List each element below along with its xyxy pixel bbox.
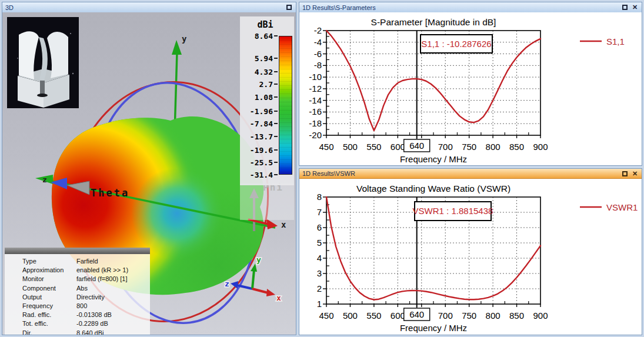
maximize-icon[interactable] [285, 4, 293, 11]
legend-label: S1,1 [606, 36, 625, 46]
info-value: 800 [76, 302, 150, 311]
x-tick-label: 600 [391, 311, 405, 321]
x-tick-label: 450 [319, 142, 333, 152]
theta-label: Theta [91, 187, 129, 199]
x-tick-label: 850 [509, 311, 524, 321]
x-tick-label: 850 [509, 142, 524, 152]
legend-label: VSWR1 [606, 202, 638, 212]
marker-label: 640 [409, 309, 424, 319]
tripod-z-label: z [225, 279, 229, 288]
info-label: Approximation [22, 266, 76, 275]
x-tick-label: 700 [438, 142, 453, 152]
info-table-handle[interactable] [5, 248, 150, 254]
colorbar-tick-label: -1.96 [240, 107, 273, 116]
colorbar-tick [274, 174, 278, 175]
y-tick-label: -6 [314, 49, 322, 59]
colorbar-tick [274, 136, 278, 137]
application-window: 3D [0, 0, 644, 337]
x-tick-label: 600 [391, 142, 405, 152]
info-value: 8.640 dBi [76, 329, 150, 335]
colorbar-tick [274, 162, 278, 163]
sparam-chart[interactable]: S-Parameter [Magnitude in dB]45050055060… [299, 12, 642, 165]
info-table-row: Monitorfarfield (f=800) [1] [5, 275, 150, 283]
y-tick-label: 5 [317, 238, 322, 248]
x-axis-title: Frequency / MHz [400, 154, 467, 164]
info-label: Dir. [22, 329, 76, 335]
panel-3d: 3D [2, 2, 296, 335]
colorbar-tick [274, 35, 278, 36]
colorbar-tick-label: 4.32 [240, 68, 273, 76]
colorbar-tick-label: -13.7 [240, 132, 273, 141]
info-label: Tot. effic. [22, 319, 76, 328]
tripod-y-label: y [256, 255, 261, 264]
info-table-row: Dir.8.640 dBi [5, 329, 150, 335]
info-value: Abs [76, 284, 150, 293]
info-table-row: Frequency800 [5, 302, 150, 311]
y-tick-label: 4 [317, 253, 322, 263]
panel-sparameters-title: 1D Results\S-Parameters [302, 4, 619, 11]
maximize-icon[interactable] [621, 4, 629, 11]
y-tick-label: -20 [309, 130, 322, 140]
titlebar-sparameters[interactable]: 1D Results\S-Parameters ✕ [299, 2, 642, 12]
chart-title: S-Parameter [Magnitude in dB] [371, 17, 496, 27]
y-tick-label: -12 [309, 84, 322, 94]
colorbar-tick [274, 111, 278, 112]
colorbar-tick-label: 5.94 [240, 54, 273, 63]
info-value: -0.01308 dB [76, 311, 150, 319]
panel-3d-title: 3D [5, 4, 283, 11]
y-tick-label: 8 [317, 192, 322, 202]
colorbar-tick-label: 2.7 [240, 80, 273, 89]
y-tick-label: -2 [314, 25, 322, 35]
y-tick-label: -18 [309, 118, 322, 128]
info-value: farfield (f=800) [1] [76, 275, 150, 283]
x-axis-title: Frequency / MHz [400, 323, 467, 333]
x-tick-label: 450 [319, 311, 333, 321]
x-tick-label: 750 [462, 311, 476, 321]
maximize-icon[interactable] [621, 170, 629, 178]
y-tick-label: -16 [309, 106, 322, 116]
colorbar-tick-label: -25.5 [240, 158, 273, 167]
info-label: Frequency [22, 302, 76, 311]
x-tick-label: 550 [366, 311, 381, 321]
info-value: Directivity [76, 293, 150, 302]
info-label: Component [22, 284, 76, 293]
colorbar-unit-label: dBi [240, 19, 291, 30]
panel-sparameters: 1D Results\S-Parameters ✕ S-Parameter [M… [299, 2, 642, 166]
x-tick-label: 550 [366, 142, 381, 152]
x-tick-label: 500 [343, 311, 358, 321]
x-tick-label: 800 [486, 142, 500, 152]
info-table-row: Rad. effic.-0.01308 dB [5, 311, 150, 319]
close-icon[interactable]: ✕ [631, 170, 639, 178]
x-tick-label: 800 [486, 311, 500, 321]
colorbar-tick-label: -19.6 [240, 146, 273, 155]
panel-vswr: 1D Results\VSWR ✕ Voltage Standing Wave … [299, 168, 642, 335]
3d-viewport[interactable]: y z Theta Phi x y z x [2, 12, 296, 335]
colorbar-tick [274, 149, 278, 151]
tripod-x-label: x [276, 293, 281, 302]
y-tick-label: 7 [317, 207, 322, 217]
colorbar: dBi 8.645.944.322.71.08-1.96-7.84-13.7-1… [240, 16, 294, 185]
annotation-text: VSWR1 : 1.8815438 [413, 206, 493, 216]
y-tick-label: 6 [317, 222, 322, 232]
colorbar-tick [274, 58, 278, 59]
info-value: -0.2289 dB [76, 319, 150, 328]
info-label: Output [22, 293, 76, 302]
x-tick-label: 700 [438, 311, 453, 321]
info-label: Rad. effic. [22, 311, 76, 319]
y-tick-label: 1 [317, 299, 322, 309]
titlebar-vswr[interactable]: 1D Results\VSWR ✕ [299, 169, 642, 179]
close-icon[interactable]: ✕ [631, 4, 639, 11]
z-axis-label: z [42, 175, 47, 184]
antenna-model-thumbnail [7, 17, 79, 108]
info-value: Farfield [76, 257, 150, 266]
vswr-chart[interactable]: Voltage Standing Wave Ratio (VSWR)450500… [299, 179, 642, 335]
y-tick-label: 3 [317, 268, 322, 278]
y-tick-label: -4 [314, 37, 322, 47]
x-tick-label: 500 [343, 142, 358, 152]
titlebar-3d[interactable]: 3D [2, 2, 296, 12]
colorbar-tick-label: 8.64 [240, 32, 273, 41]
marker-label: 640 [409, 141, 424, 151]
annotation-text: S1,1 : -10.287626 [421, 39, 491, 49]
y-axis-label: y [182, 34, 187, 44]
colorbar-tick [274, 84, 278, 85]
